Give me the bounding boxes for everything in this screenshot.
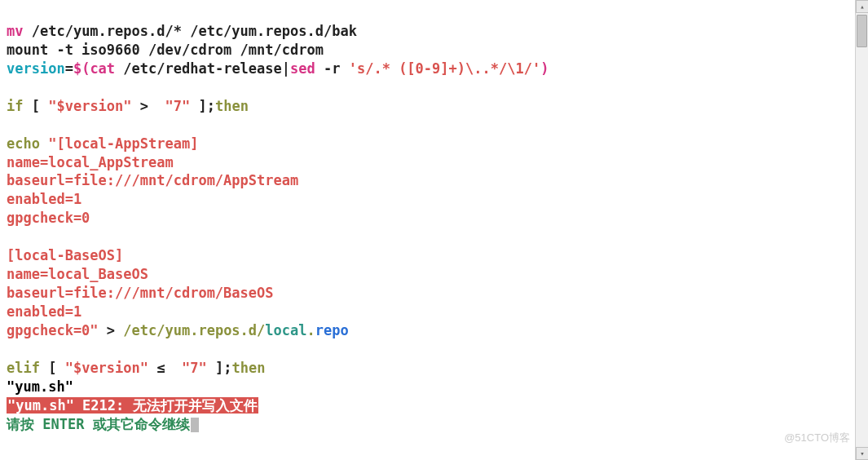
code-token: ]; <box>190 98 215 114</box>
code-token: mv <box>7 23 23 39</box>
code-token: /etc/redhat-release <box>115 60 282 77</box>
code-token: "$version" <box>65 360 148 376</box>
code-line: name=local_BaseOS <box>7 266 148 282</box>
code-token: "[local-AppStream] <box>40 135 198 152</box>
code-token: /etc/yum.repos.d/* /etc/yum.repos.d/bak <box>23 23 356 39</box>
code-token: ]; <box>207 360 232 376</box>
code-token: elif <box>7 360 40 376</box>
code-token: 's/.* ([0-9]+)\..*/\1/' <box>340 60 540 77</box>
status-filename: "yum.sh" <box>7 378 73 395</box>
scrollbar-track[interactable] <box>856 13 868 447</box>
code-token: echo <box>7 135 40 152</box>
code-token: then <box>215 98 249 114</box>
code-token: version <box>7 60 65 77</box>
code-line: [local-BaseOS] <box>7 247 123 263</box>
code-token: "$version" <box>48 98 131 114</box>
code-line: baseurl=file:///mnt/cdrom/AppStream <box>7 172 298 188</box>
code-token: > <box>132 98 157 114</box>
code-token: "7" <box>174 360 207 376</box>
code-token: repo <box>315 322 349 338</box>
code-token: | <box>282 60 290 77</box>
scrollbar-down-button[interactable]: ▾ <box>856 447 868 460</box>
code-token: local <box>265 322 306 338</box>
code-token: if <box>7 98 23 114</box>
code-line: gpgcheck=0 <box>7 210 90 226</box>
code-token: [ <box>23 98 48 114</box>
watermark-text: @51CTO博客 <box>784 431 850 445</box>
code-line: baseurl=file:///mnt/cdrom/BaseOS <box>7 285 274 301</box>
vertical-scrollbar[interactable]: ▴ ▾ <box>855 0 868 460</box>
scrollbar-up-button[interactable]: ▴ <box>856 0 868 13</box>
code-token: . <box>307 322 315 338</box>
code-line: enabled=1 <box>7 191 82 207</box>
code-token: sed <box>290 60 315 77</box>
cursor-block <box>191 418 199 432</box>
code-line: name=local_AppStream <box>7 154 174 170</box>
code-token: then <box>231 360 265 376</box>
code-token: $(cat <box>73 60 115 77</box>
code-line: enabled=1 <box>7 303 82 320</box>
code-token: [ <box>40 360 65 376</box>
code-token: ≤ <box>148 360 174 376</box>
code-token: /etc/yum.repos.d/ <box>123 322 265 338</box>
scrollbar-thumb[interactable] <box>857 15 867 47</box>
vim-error-message: "yum.sh" E212: 无法打开并写入文件 <box>7 397 258 414</box>
code-token: > <box>99 322 124 338</box>
code-line: mount -t iso9660 /dev/cdrom /mnt/cdrom <box>7 42 324 58</box>
code-token: = <box>65 60 73 77</box>
code-token: "7" <box>156 98 190 114</box>
code-token: ) <box>540 60 549 77</box>
terminal-editor-view: mv /etc/yum.repos.d/* /etc/yum.repos.d/b… <box>0 0 868 437</box>
code-token: -r <box>315 60 341 77</box>
vim-prompt[interactable]: 请按 ENTER 或其它命令继续 <box>7 416 190 432</box>
code-token: gpgcheck=0" <box>7 322 99 338</box>
blank-line <box>7 228 15 245</box>
